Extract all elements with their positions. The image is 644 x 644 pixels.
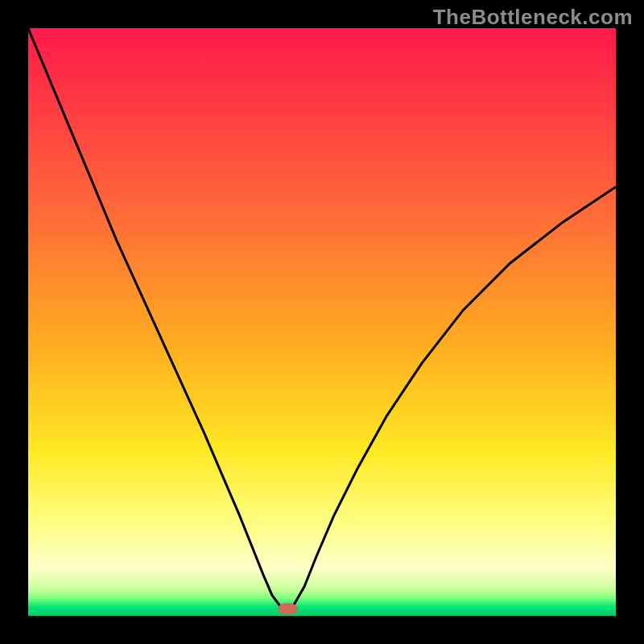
bottleneck-chart	[28, 28, 616, 616]
plot-area	[28, 28, 616, 616]
watermark-text: TheBottleneck.com	[433, 5, 633, 30]
gradient-background	[28, 28, 616, 616]
bottleneck-marker	[278, 603, 298, 615]
chart-frame: TheBottleneck.com	[0, 0, 644, 644]
